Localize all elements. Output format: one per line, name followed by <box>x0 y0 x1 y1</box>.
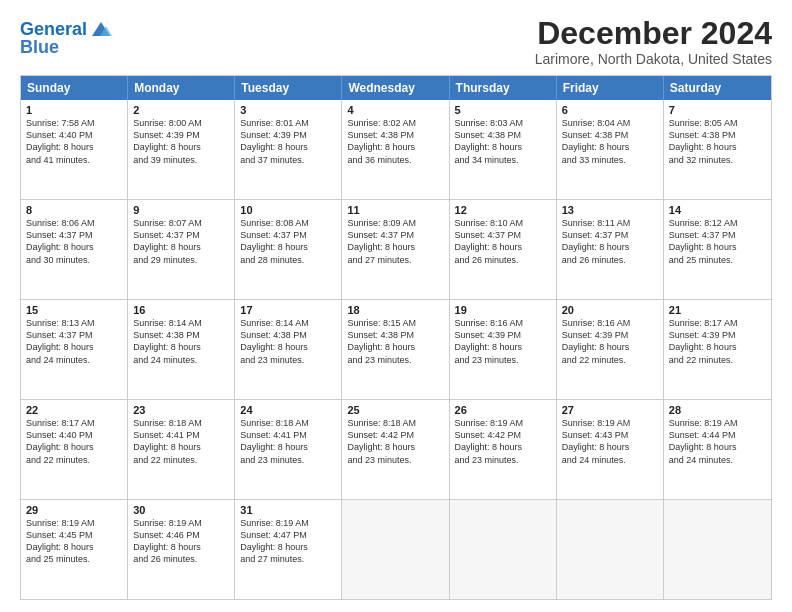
page: General Blue December 2024 Larimore, Nor… <box>0 0 792 612</box>
calendar-cell: 14Sunrise: 8:12 AM Sunset: 4:37 PM Dayli… <box>664 200 771 299</box>
calendar-header-cell: Saturday <box>664 76 771 100</box>
calendar-cell: 17Sunrise: 8:14 AM Sunset: 4:38 PM Dayli… <box>235 300 342 399</box>
calendar-cell: 30Sunrise: 8:19 AM Sunset: 4:46 PM Dayli… <box>128 500 235 599</box>
calendar-cell: 20Sunrise: 8:16 AM Sunset: 4:39 PM Dayli… <box>557 300 664 399</box>
day-number: 23 <box>133 404 229 416</box>
day-number: 16 <box>133 304 229 316</box>
day-number: 22 <box>26 404 122 416</box>
calendar-header-cell: Wednesday <box>342 76 449 100</box>
calendar-row: 1Sunrise: 7:58 AM Sunset: 4:40 PM Daylig… <box>21 100 771 199</box>
calendar-cell: 25Sunrise: 8:18 AM Sunset: 4:42 PM Dayli… <box>342 400 449 499</box>
cell-info: Sunrise: 7:58 AM Sunset: 4:40 PM Dayligh… <box>26 117 122 166</box>
main-title: December 2024 <box>535 16 772 51</box>
header: General Blue December 2024 Larimore, Nor… <box>20 16 772 67</box>
day-number: 19 <box>455 304 551 316</box>
calendar-cell: 22Sunrise: 8:17 AM Sunset: 4:40 PM Dayli… <box>21 400 128 499</box>
day-number: 14 <box>669 204 766 216</box>
calendar-header-cell: Monday <box>128 76 235 100</box>
day-number: 8 <box>26 204 122 216</box>
cell-info: Sunrise: 8:19 AM Sunset: 4:46 PM Dayligh… <box>133 517 229 566</box>
day-number: 31 <box>240 504 336 516</box>
calendar-header-cell: Thursday <box>450 76 557 100</box>
day-number: 3 <box>240 104 336 116</box>
day-number: 15 <box>26 304 122 316</box>
calendar-cell: 28Sunrise: 8:19 AM Sunset: 4:44 PM Dayli… <box>664 400 771 499</box>
cell-info: Sunrise: 8:18 AM Sunset: 4:41 PM Dayligh… <box>133 417 229 466</box>
calendar-cell: 26Sunrise: 8:19 AM Sunset: 4:42 PM Dayli… <box>450 400 557 499</box>
day-number: 30 <box>133 504 229 516</box>
calendar-cell: 10Sunrise: 8:08 AM Sunset: 4:37 PM Dayli… <box>235 200 342 299</box>
cell-info: Sunrise: 8:19 AM Sunset: 4:47 PM Dayligh… <box>240 517 336 566</box>
calendar-cell: 11Sunrise: 8:09 AM Sunset: 4:37 PM Dayli… <box>342 200 449 299</box>
cell-info: Sunrise: 8:13 AM Sunset: 4:37 PM Dayligh… <box>26 317 122 366</box>
cell-info: Sunrise: 8:16 AM Sunset: 4:39 PM Dayligh… <box>455 317 551 366</box>
cell-info: Sunrise: 8:03 AM Sunset: 4:38 PM Dayligh… <box>455 117 551 166</box>
calendar-cell: 29Sunrise: 8:19 AM Sunset: 4:45 PM Dayli… <box>21 500 128 599</box>
calendar-row: 15Sunrise: 8:13 AM Sunset: 4:37 PM Dayli… <box>21 299 771 399</box>
logo-icon <box>90 18 112 40</box>
cell-info: Sunrise: 8:17 AM Sunset: 4:39 PM Dayligh… <box>669 317 766 366</box>
cell-info: Sunrise: 8:04 AM Sunset: 4:38 PM Dayligh… <box>562 117 658 166</box>
calendar-cell: 6Sunrise: 8:04 AM Sunset: 4:38 PM Daylig… <box>557 100 664 199</box>
calendar-cell: 13Sunrise: 8:11 AM Sunset: 4:37 PM Dayli… <box>557 200 664 299</box>
day-number: 18 <box>347 304 443 316</box>
cell-info: Sunrise: 8:10 AM Sunset: 4:37 PM Dayligh… <box>455 217 551 266</box>
day-number: 25 <box>347 404 443 416</box>
cell-info: Sunrise: 8:15 AM Sunset: 4:38 PM Dayligh… <box>347 317 443 366</box>
cell-info: Sunrise: 8:14 AM Sunset: 4:38 PM Dayligh… <box>133 317 229 366</box>
calendar-cell: 7Sunrise: 8:05 AM Sunset: 4:38 PM Daylig… <box>664 100 771 199</box>
day-number: 4 <box>347 104 443 116</box>
calendar-cell: 15Sunrise: 8:13 AM Sunset: 4:37 PM Dayli… <box>21 300 128 399</box>
day-number: 20 <box>562 304 658 316</box>
day-number: 2 <box>133 104 229 116</box>
calendar-header: SundayMondayTuesdayWednesdayThursdayFrid… <box>21 76 771 100</box>
cell-info: Sunrise: 8:16 AM Sunset: 4:39 PM Dayligh… <box>562 317 658 366</box>
cell-info: Sunrise: 8:05 AM Sunset: 4:38 PM Dayligh… <box>669 117 766 166</box>
calendar-cell: 31Sunrise: 8:19 AM Sunset: 4:47 PM Dayli… <box>235 500 342 599</box>
calendar-cell: 4Sunrise: 8:02 AM Sunset: 4:38 PM Daylig… <box>342 100 449 199</box>
calendar-cell: 19Sunrise: 8:16 AM Sunset: 4:39 PM Dayli… <box>450 300 557 399</box>
day-number: 7 <box>669 104 766 116</box>
calendar-cell: 27Sunrise: 8:19 AM Sunset: 4:43 PM Dayli… <box>557 400 664 499</box>
day-number: 9 <box>133 204 229 216</box>
calendar-cell: 12Sunrise: 8:10 AM Sunset: 4:37 PM Dayli… <box>450 200 557 299</box>
day-number: 21 <box>669 304 766 316</box>
day-number: 11 <box>347 204 443 216</box>
calendar-cell: 21Sunrise: 8:17 AM Sunset: 4:39 PM Dayli… <box>664 300 771 399</box>
title-block: December 2024 Larimore, North Dakota, Un… <box>535 16 772 67</box>
cell-info: Sunrise: 8:14 AM Sunset: 4:38 PM Dayligh… <box>240 317 336 366</box>
calendar-row: 8Sunrise: 8:06 AM Sunset: 4:37 PM Daylig… <box>21 199 771 299</box>
calendar-cell <box>557 500 664 599</box>
calendar-body: 1Sunrise: 7:58 AM Sunset: 4:40 PM Daylig… <box>21 100 771 599</box>
calendar-cell: 18Sunrise: 8:15 AM Sunset: 4:38 PM Dayli… <box>342 300 449 399</box>
cell-info: Sunrise: 8:19 AM Sunset: 4:44 PM Dayligh… <box>669 417 766 466</box>
calendar-cell: 5Sunrise: 8:03 AM Sunset: 4:38 PM Daylig… <box>450 100 557 199</box>
cell-info: Sunrise: 8:08 AM Sunset: 4:37 PM Dayligh… <box>240 217 336 266</box>
calendar-cell <box>450 500 557 599</box>
cell-info: Sunrise: 8:18 AM Sunset: 4:42 PM Dayligh… <box>347 417 443 466</box>
calendar-row: 29Sunrise: 8:19 AM Sunset: 4:45 PM Dayli… <box>21 499 771 599</box>
cell-info: Sunrise: 8:19 AM Sunset: 4:43 PM Dayligh… <box>562 417 658 466</box>
cell-info: Sunrise: 8:02 AM Sunset: 4:38 PM Dayligh… <box>347 117 443 166</box>
logo-text-line2: Blue <box>20 38 112 58</box>
cell-info: Sunrise: 8:19 AM Sunset: 4:45 PM Dayligh… <box>26 517 122 566</box>
day-number: 29 <box>26 504 122 516</box>
calendar-cell: 23Sunrise: 8:18 AM Sunset: 4:41 PM Dayli… <box>128 400 235 499</box>
day-number: 17 <box>240 304 336 316</box>
calendar-cell: 16Sunrise: 8:14 AM Sunset: 4:38 PM Dayli… <box>128 300 235 399</box>
day-number: 13 <box>562 204 658 216</box>
calendar-cell: 24Sunrise: 8:18 AM Sunset: 4:41 PM Dayli… <box>235 400 342 499</box>
calendar-row: 22Sunrise: 8:17 AM Sunset: 4:40 PM Dayli… <box>21 399 771 499</box>
logo: General Blue <box>20 20 112 58</box>
cell-info: Sunrise: 8:19 AM Sunset: 4:42 PM Dayligh… <box>455 417 551 466</box>
cell-info: Sunrise: 8:01 AM Sunset: 4:39 PM Dayligh… <box>240 117 336 166</box>
day-number: 6 <box>562 104 658 116</box>
cell-info: Sunrise: 8:12 AM Sunset: 4:37 PM Dayligh… <box>669 217 766 266</box>
calendar-cell: 3Sunrise: 8:01 AM Sunset: 4:39 PM Daylig… <box>235 100 342 199</box>
cell-info: Sunrise: 8:17 AM Sunset: 4:40 PM Dayligh… <box>26 417 122 466</box>
day-number: 27 <box>562 404 658 416</box>
calendar-cell: 2Sunrise: 8:00 AM Sunset: 4:39 PM Daylig… <box>128 100 235 199</box>
calendar-cell <box>342 500 449 599</box>
calendar-cell: 9Sunrise: 8:07 AM Sunset: 4:37 PM Daylig… <box>128 200 235 299</box>
calendar-cell: 8Sunrise: 8:06 AM Sunset: 4:37 PM Daylig… <box>21 200 128 299</box>
